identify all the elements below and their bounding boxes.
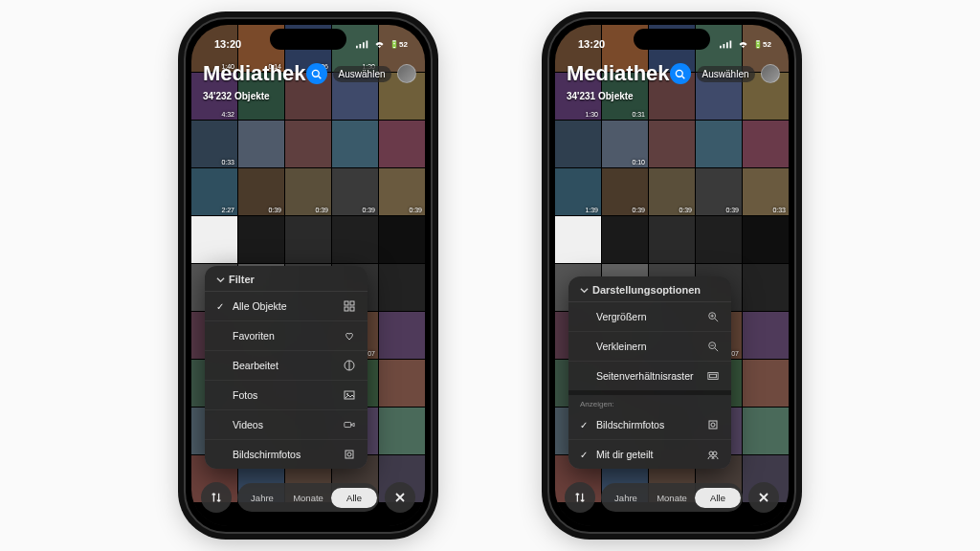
close-button[interactable] <box>748 482 779 513</box>
search-button[interactable] <box>306 63 327 84</box>
photo-tile[interactable]: 1:39 <box>555 168 601 215</box>
photo-tile[interactable] <box>191 216 237 263</box>
profile-avatar[interactable] <box>397 64 416 83</box>
svg-rect-9 <box>350 307 354 311</box>
svg-rect-1 <box>360 44 362 48</box>
photo-tile[interactable] <box>602 216 648 263</box>
photo-tile[interactable] <box>696 216 742 263</box>
view-options-popup[interactable]: Darstellungsoptionen VergrößernVerkleine… <box>568 276 731 469</box>
photo-tile[interactable] <box>332 121 378 167</box>
popup-item-shared[interactable]: ✓Mit dir geteilt <box>568 440 731 469</box>
svg-rect-0 <box>356 46 358 49</box>
duration-label: 4:32 <box>221 111 234 118</box>
photo-tile[interactable] <box>379 360 425 407</box>
popup-item-zoom-in[interactable]: Vergrößern <box>568 302 731 332</box>
seg-years[interactable]: Jahre <box>603 488 649 508</box>
duration-label: 1:30 <box>585 111 598 118</box>
photo-tile[interactable]: 0:33 <box>191 121 237 167</box>
photo-tile[interactable] <box>743 216 789 263</box>
seg-months[interactable]: Monate <box>649 488 695 508</box>
photo-tile[interactable]: 0:39 <box>379 168 425 215</box>
chevron-down-icon <box>580 286 589 295</box>
svg-rect-2 <box>363 42 365 48</box>
select-button[interactable]: Auswählen <box>333 66 391 82</box>
page-title: Mediathek <box>203 61 306 86</box>
photo-tile[interactable]: 0:33 <box>743 168 789 215</box>
screenshot-icon <box>343 449 356 460</box>
photo-tile[interactable]: 2:27 <box>191 168 237 215</box>
photo-tile[interactable] <box>743 408 789 454</box>
duration-label: 0:39 <box>409 207 422 213</box>
popup-item-heart[interactable]: Favoriten <box>205 321 368 351</box>
clock: 13:20 <box>578 38 605 50</box>
popup-item-screenshot[interactable]: Bildschirmfotos <box>205 440 368 469</box>
svg-rect-30 <box>710 374 717 377</box>
photo-tile[interactable] <box>649 121 695 167</box>
photo-tile[interactable]: 0:39 <box>649 168 695 215</box>
seg-years[interactable]: Jahre <box>239 488 285 508</box>
popup-item-video[interactable]: Videos <box>205 410 368 440</box>
photo-tile[interactable] <box>555 121 601 167</box>
popup-item-screenshot[interactable]: ✓Bildschirmfotos <box>568 410 731 440</box>
photo-tile[interactable]: 0:39 <box>602 168 648 215</box>
photo-tile[interactable] <box>332 216 378 263</box>
sort-button[interactable] <box>565 482 595 513</box>
photo-tile[interactable] <box>696 121 742 167</box>
photo-tile[interactable] <box>379 216 425 263</box>
popup-item-adjust[interactable]: Bearbeitet <box>205 351 368 381</box>
view-segment[interactable]: Jahre Monate Alle <box>601 483 743 512</box>
seg-all[interactable]: Alle <box>695 488 741 508</box>
sort-button[interactable] <box>201 482 232 513</box>
dynamic-island <box>270 29 346 50</box>
popup-item-aspect[interactable]: Seitenverhältnisraster <box>568 362 731 390</box>
svg-point-4 <box>312 70 319 77</box>
popup-item-grid[interactable]: ✓Alle Objekte <box>205 292 368 321</box>
photo-tile[interactable] <box>379 408 425 454</box>
photo-tile[interactable]: 0:39 <box>238 168 284 215</box>
photo-tile[interactable] <box>379 264 425 311</box>
popup-sublabel: Anzeigen: <box>568 395 731 410</box>
photo-tile[interactable] <box>285 121 331 167</box>
photo-tile[interactable] <box>285 216 331 263</box>
search-button[interactable] <box>670 63 691 84</box>
wifi-icon <box>737 39 749 49</box>
popup-item-zoom-out[interactable]: Verkleinern <box>568 332 731 362</box>
duration-label: 0:10 <box>632 159 645 165</box>
photo-tile[interactable] <box>743 264 789 311</box>
popup-item-photo[interactable]: Fotos <box>205 381 368 410</box>
photo-tile[interactable]: 0:10 <box>602 121 648 167</box>
photo-tile[interactable] <box>379 121 425 167</box>
filter-items-left: ✓Alle ObjekteFavoritenBearbeitetFotosVid… <box>205 292 368 469</box>
svg-line-5 <box>319 76 322 78</box>
photo-tile[interactable] <box>555 216 601 263</box>
signal-icon <box>720 39 733 49</box>
profile-avatar[interactable] <box>761 64 780 83</box>
view-segment[interactable]: Jahre Monate Alle <box>237 483 379 512</box>
svg-rect-7 <box>350 301 354 305</box>
photo-tile[interactable] <box>743 312 789 359</box>
duration-label: 0:39 <box>362 207 375 213</box>
svg-line-23 <box>715 319 718 321</box>
battery-icon: 🔋52 <box>390 40 408 49</box>
svg-point-32 <box>711 423 715 427</box>
seg-all[interactable]: Alle <box>331 488 377 508</box>
seg-months[interactable]: Monate <box>285 488 331 508</box>
photo-tile[interactable] <box>379 312 425 359</box>
photo-tile[interactable] <box>743 360 789 407</box>
photo-tile[interactable]: 0:39 <box>285 168 331 215</box>
close-icon <box>394 492 406 503</box>
close-button[interactable] <box>385 482 415 513</box>
duration-label: 2:27 <box>221 207 234 213</box>
photo-tile[interactable] <box>238 121 284 167</box>
photo-tile[interactable]: 0:39 <box>696 168 742 215</box>
photo-tile[interactable] <box>649 216 695 263</box>
select-button[interactable]: Auswählen <box>697 66 755 82</box>
photo-tile[interactable] <box>743 121 789 167</box>
battery-icon: 🔋52 <box>753 40 771 49</box>
photo-tile[interactable]: 0:39 <box>332 168 378 215</box>
filter-popup[interactable]: Filter ✓Alle ObjekteFavoritenBearbeitetF… <box>205 266 368 469</box>
grid-icon <box>343 300 356 312</box>
svg-line-27 <box>715 348 718 351</box>
photo-tile[interactable] <box>238 216 284 263</box>
zoom-out-icon <box>706 341 720 352</box>
